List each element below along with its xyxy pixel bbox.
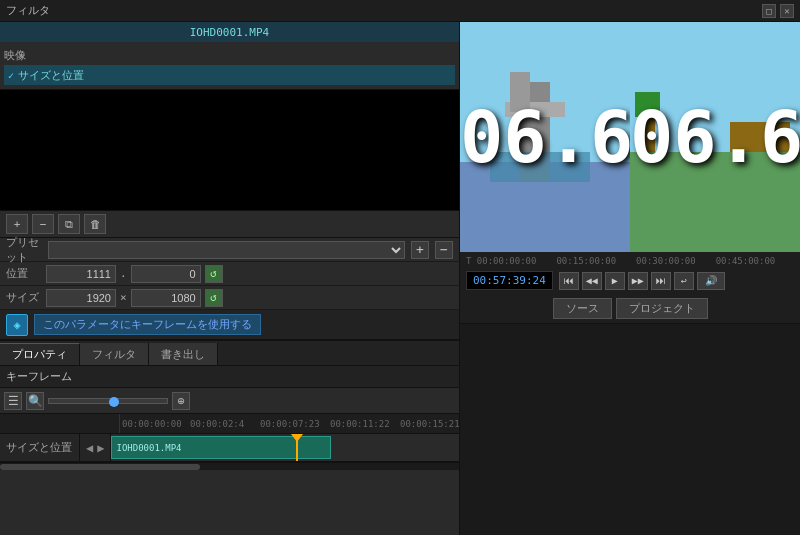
timecodes-top-row: T 00:00:00:00 00:15:00:00 00:30:00:00 00… [466,256,794,266]
preset-remove-button[interactable]: − [435,241,453,259]
copy-effect-button[interactable]: ⧉ [58,214,80,234]
tabs-row: プロパティ フィルタ 書き出し [0,340,459,366]
svg-rect-7 [630,152,800,252]
size-h-input[interactable] [131,289,201,307]
filter-file-header: IOHD0001.MP4 [0,22,459,42]
preset-label: プリセット [6,235,42,265]
timeline-scrollbar[interactable] [0,462,459,470]
track-nav: ◀ ▶ [80,434,111,461]
time-mark-2: 00:00:07:23 [260,419,320,429]
track-content: IOHD0001.MP4 [111,434,459,461]
svg-rect-9 [635,92,660,117]
zoom-in-button[interactable]: ⊕ [172,392,190,410]
minimize-button[interactable]: □ [762,4,776,18]
size-sep: × [120,291,127,304]
video-preview: 06.6 06.6 [460,22,800,252]
keyframe-label: キーフレーム [6,369,72,384]
time-mark-0: 00:00:00:00 [122,419,182,429]
player-controls: T 00:00:00:00 00:15:00:00 00:30:00:00 00… [460,252,800,294]
svg-rect-8 [640,112,655,152]
zoom-slider[interactable] [48,398,168,404]
size-label: サイズ [6,290,42,305]
tc-1: 00:15:00:00 [556,256,616,266]
volume-button[interactable]: 🔊 [697,272,725,290]
effect-item-size-position[interactable]: ✓ サイズと位置 [4,65,455,85]
remove-effect-button[interactable]: − [32,214,54,234]
delete-effect-button[interactable]: 🗑 [84,214,106,234]
timecode-display: 00:57:39:24 [466,271,553,290]
time-mark-1: 00:00:02:4 [190,419,244,429]
svg-rect-4 [510,72,530,112]
filter-preview-black [0,90,459,210]
play-button[interactable]: ▶ [605,272,625,290]
source-tab[interactable]: ソース [553,298,612,319]
preview-left-scene [460,22,630,252]
position-y-input[interactable] [131,265,201,283]
video-section-label: 映像 [4,46,455,65]
next-keyframe-button[interactable]: ▶ [97,441,104,455]
project-tab[interactable]: プロジェクト [616,298,708,319]
title-bar: フィルタ □ ✕ [0,0,800,22]
add-effect-button[interactable]: + [6,214,28,234]
menu-button[interactable]: ☰ [4,392,22,410]
title-bar-controls: □ ✕ [762,4,794,18]
playhead [296,434,298,461]
fast-fwd-button[interactable]: ⏭ [651,272,671,290]
timecode-row: 00:57:39:24 ⏮ ◀◀ ▶ ▶▶ ⏭ ↩ 🔊 [466,271,794,290]
prev-keyframe-button[interactable]: ◀ [86,441,93,455]
tc-2: 00:30:00:00 [636,256,696,266]
effect-item-label: サイズと位置 [18,68,84,83]
rewind-button[interactable]: ⏮ [559,272,579,290]
zoom-toolbar: ☰ 🔍 ⊕ [0,388,459,414]
close-button[interactable]: ✕ [780,4,794,18]
preview-right: 06.6 [630,22,800,252]
time-mark-3: 00:00:11:22 [330,419,390,429]
tc-0: T 00:00:00:00 [466,256,536,266]
size-row: サイズ × ↺ [0,286,459,310]
kf-track-label: サイズと位置 [0,434,80,461]
right-panel: 06.6 06.6 [460,22,800,535]
left-panel: IOHD0001.MP4 映像 ✓ サイズと位置 + − ⧉ 🗑 プリセット +… [0,22,460,535]
zoom-out-button[interactable]: 🔍 [26,392,44,410]
position-sep: . [120,267,127,280]
kf-timeline-header: 00:00:00:00 00:00:02:4 00:00:07:23 00:00… [0,414,459,434]
preset-select[interactable] [48,241,405,259]
time-mark-4: 00:00:15:21 [400,419,460,429]
right-bottom-area [460,323,800,535]
filter-file-name: IOHD0001.MP4 [190,26,269,39]
tab-filter[interactable]: フィルタ [80,343,149,365]
timeline-scrollbar-thumb [0,464,200,470]
preset-row: プリセット + − [0,238,459,262]
size-w-input[interactable] [46,289,116,307]
tc-3: 00:45:00:00 [716,256,776,266]
step-back-button[interactable]: ◀◀ [582,272,602,290]
effect-section: 映像 ✓ サイズと位置 [0,42,459,90]
step-fwd-button[interactable]: ▶▶ [628,272,648,290]
preset-add-button[interactable]: + [411,241,429,259]
preview-left: 06.6 [460,22,630,252]
svg-rect-10 [730,122,790,152]
title-bar-text: フィルタ [6,3,50,18]
main-layout: IOHD0001.MP4 映像 ✓ サイズと位置 + − ⧉ 🗑 プリセット +… [0,22,800,535]
tab-export[interactable]: 書き出し [149,343,218,365]
position-x-input[interactable] [46,265,116,283]
preview-right-scene [630,22,800,252]
check-icon: ✓ [8,70,14,81]
loop-button[interactable]: ↩ [674,272,694,290]
keyframe-enable-button[interactable]: ◈ [6,314,28,336]
kf-ruler: 00:00:00:00 00:00:02:4 00:00:07:23 00:00… [120,414,459,433]
keyframe-section-label: キーフレーム [0,366,459,388]
tab-property[interactable]: プロパティ [0,343,80,365]
size-reset-button[interactable]: ↺ [205,289,223,307]
kf-track-row: サイズと位置 ◀ ▶ IOHD0001.MP4 [0,434,459,462]
svg-rect-5 [490,152,590,182]
clip-label: IOHD0001.MP4 [116,443,181,453]
source-tabs: ソース プロジェクト [460,294,800,323]
zoom-slider-thumb [109,397,119,407]
keyframe-enable-row: ◈ このパラメータにキーフレームを使用する [0,310,459,340]
playback-buttons: ⏮ ◀◀ ▶ ▶▶ ⏭ ↩ 🔊 [559,272,725,290]
position-reset-button[interactable]: ↺ [205,265,223,283]
position-label: 位置 [6,266,42,281]
kf-track-label-area [0,414,120,433]
position-row: 位置 . ↺ [0,262,459,286]
